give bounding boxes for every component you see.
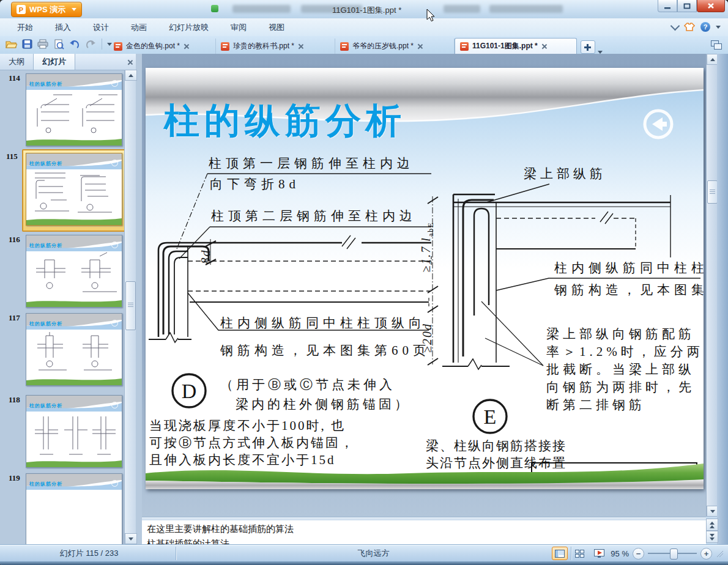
tab-design[interactable]: 设计: [93, 22, 109, 33]
close-tab-icon[interactable]: [417, 43, 423, 49]
arrange-windows-icon[interactable]: [711, 40, 722, 49]
scroll-up-button[interactable]: [125, 70, 137, 81]
document-tab-bar: 金色的鱼钩.pot * 珍贵的教科书.ppt * 爷爷的压岁钱.ppt * 11…: [0, 36, 728, 54]
normal-view-button[interactable]: [552, 547, 568, 560]
zoom-percent: 95 %: [611, 549, 629, 558]
annotation: 当现浇板厚度不小于100时, 也: [149, 418, 346, 434]
presentation-file-icon: [340, 42, 349, 51]
help-icon[interactable]: ?: [700, 22, 710, 32]
annotation-block: 梁上部纵向钢筋配筋 率＞1.2%时，应分两 批截断。当梁上部纵 向钢筋为两排时，…: [546, 325, 704, 414]
thumb-back-icon: [111, 160, 118, 166]
presentation-file-icon: [221, 42, 229, 51]
close-tab-icon[interactable]: [541, 43, 547, 49]
slide-number: 118: [9, 395, 20, 405]
slide-position-indicator: 幻灯片 115 / 233: [2, 545, 176, 562]
tab-insert[interactable]: 插入: [55, 22, 71, 33]
slide-footer-wave: [146, 452, 704, 489]
figure-node-e[interactable]: E: [418, 160, 704, 465]
chevron-down-icon: [72, 8, 76, 11]
annotation: 向下弯折8d: [210, 176, 300, 192]
slide-thumbnail-selected[interactable]: 柱的纵筋分析: [26, 153, 122, 226]
slide-thumbnail[interactable]: 柱的纵筋分析: [26, 395, 122, 468]
doc-tab-active[interactable]: 11G101-1图集.ppt *: [455, 38, 577, 54]
scroll-down-button[interactable]: [125, 533, 137, 544]
tab-outline[interactable]: 大纲: [0, 54, 33, 70]
redacted-area: [489, 5, 563, 13]
doc-tab[interactable]: 金色的鱼钩.pot *: [109, 39, 216, 54]
doc-tab[interactable]: 爷爷的压岁钱.ppt *: [335, 39, 455, 54]
slide-number: 114: [9, 73, 20, 83]
slide-thumbnail[interactable]: 柱的纵筋分析: [26, 313, 122, 386]
slide-title[interactable]: 柱的纵筋分析: [164, 97, 406, 145]
print-preview-icon[interactable]: [53, 38, 65, 50]
scrollbar-thumb[interactable]: [707, 180, 718, 204]
slide-sorter-view-button[interactable]: [571, 547, 587, 560]
slide-115[interactable]: 柱的纵筋分析: [146, 68, 704, 489]
undo-icon[interactable]: [69, 38, 81, 50]
slide-thumbnail[interactable]: 柱的纵筋分析: [26, 73, 122, 146]
title-bar: P WPS 演示 11G101-1图集.ppt *: [0, 0, 728, 18]
previous-slide-button[interactable]: [706, 519, 718, 531]
scrollbar-thumb[interactable]: [125, 281, 136, 330]
minimize-button[interactable]: [658, 0, 677, 12]
save-icon[interactable]: [21, 38, 33, 50]
tab-animation[interactable]: 动画: [131, 22, 147, 33]
window-bottom-border: [0, 561, 728, 565]
notes-pane[interactable]: 在这里主要讲解柱的基础插筋的算法 柱基础插筋的计算法: [142, 520, 706, 544]
tab-view[interactable]: 视图: [269, 22, 284, 33]
slide-number: 117: [9, 313, 20, 323]
tab-slides[interactable]: 幻灯片: [33, 54, 75, 70]
tab-home[interactable]: 开始: [17, 22, 33, 33]
workspace: 大纲 幻灯片 114 柱的纵筋分析 115: [0, 54, 728, 544]
selected-slide-highlight: 柱的纵筋分析: [22, 149, 127, 232]
window-right-edge: [717, 54, 728, 544]
zoom-in-button[interactable]: +: [700, 548, 712, 559]
close-button[interactable]: [697, 0, 725, 12]
maximize-button[interactable]: [677, 0, 697, 12]
wps-logo-icon: P: [17, 5, 26, 14]
main-scrollbar[interactable]: [706, 54, 718, 517]
annotation: 梁上部纵筋: [524, 166, 606, 182]
next-slide-button[interactable]: [706, 531, 718, 543]
window-controls: [658, 0, 725, 12]
status-bar: 幻灯片 115 / 233 飞向远方 95 % − +: [0, 544, 728, 562]
skin-shirt-icon[interactable]: [684, 22, 695, 32]
dimension: ≥20d: [420, 301, 435, 375]
annotation: 可按Ⓑ节点方式伸入板内锚固，: [149, 435, 355, 451]
new-tab-button[interactable]: [581, 40, 595, 54]
zoom-out-button[interactable]: −: [633, 548, 644, 559]
slide-number: 116: [9, 235, 20, 245]
slide-thumbnail[interactable]: 柱的纵筋分析: [26, 473, 122, 545]
close-panel-button[interactable]: [124, 54, 136, 70]
zoom-slider-thumb[interactable]: [670, 548, 678, 559]
print-icon[interactable]: [37, 38, 49, 50]
resize-grip[interactable]: [716, 550, 723, 557]
theme-name: 飞向远方: [176, 545, 571, 562]
chevron-down-icon[interactable]: [716, 26, 721, 29]
doc-tab[interactable]: 珍贵的教科书.ppt *: [216, 39, 335, 54]
slideshow-button[interactable]: [591, 547, 607, 560]
annotation: 柱顶第二层钢筋伸至柱内边: [211, 208, 417, 224]
redacted-area: [444, 5, 480, 13]
collapse-ribbon-icon[interactable]: [670, 21, 680, 31]
sidebar-scrollbar[interactable]: [124, 70, 136, 544]
node-label-d: D: [182, 380, 197, 402]
thumb-back-icon: [111, 320, 118, 327]
annotation: （用于Ⓑ或Ⓒ节点未伸入: [220, 377, 395, 393]
close-tab-icon[interactable]: [298, 43, 303, 49]
open-file-icon[interactable]: [5, 38, 17, 50]
redacted-area: [232, 5, 291, 13]
dimension: ≥1.7 labE: [418, 198, 436, 296]
redo-icon[interactable]: [84, 38, 97, 50]
thumb-back-icon: [111, 480, 118, 487]
app-menu-button[interactable]: P WPS 演示: [11, 2, 82, 17]
tab-slideshow[interactable]: 幻灯片放映: [169, 22, 209, 33]
tab-review[interactable]: 审阅: [231, 22, 247, 33]
close-tab-icon[interactable]: [184, 43, 189, 49]
back-button[interactable]: [642, 108, 674, 140]
slide-thumbnail[interactable]: 柱的纵筋分析: [26, 235, 122, 308]
thumb-back-icon: [111, 242, 118, 248]
zoom-slider[interactable]: [648, 553, 697, 554]
redacted-icon: [211, 5, 218, 12]
notes-line: 在这里主要讲解柱的基础插筋的算法: [147, 522, 294, 536]
